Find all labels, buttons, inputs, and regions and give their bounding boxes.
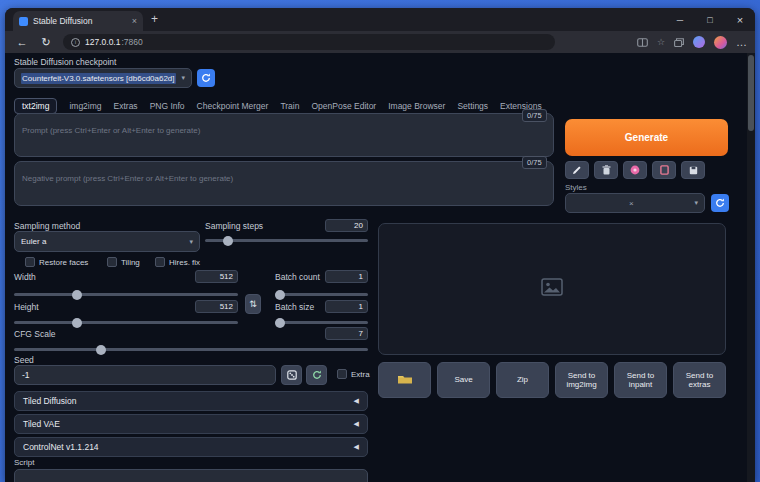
tiling-label: Tiling: [121, 258, 140, 267]
slider-thumb[interactable]: [72, 318, 82, 328]
accordion-controlnet[interactable]: ControlNet v1.1.214◀: [14, 437, 368, 457]
url-port: :7860: [121, 37, 142, 47]
hires-fix-checkbox[interactable]: Hires. fix: [155, 257, 200, 267]
send-to-inpaint-button[interactable]: Send to inpaint: [614, 362, 667, 398]
address-bar[interactable]: i 127.0.0.1:7860: [63, 34, 555, 50]
clear-prompt-button[interactable]: [594, 161, 618, 179]
send-to-img2img-button[interactable]: Send to img2img: [555, 362, 608, 398]
toolbar-icons: ☆ …: [637, 31, 747, 53]
accordion-label: Tiled Diffusion: [23, 396, 76, 406]
prompt-token-counter: 0/75: [522, 109, 547, 122]
restore-faces-label: Restore faces: [39, 258, 88, 267]
width-value[interactable]: 512: [195, 270, 238, 283]
tab-openpose-editor[interactable]: OpenPose Editor: [311, 101, 376, 111]
width-slider[interactable]: [14, 293, 238, 296]
batch-count-slider[interactable]: [275, 293, 368, 296]
sampling-steps-slider[interactable]: [205, 239, 368, 242]
batch-size-value[interactable]: 1: [325, 300, 368, 313]
reuse-seed-button[interactable]: [306, 365, 327, 385]
restore-faces-checkbox[interactable]: Restore faces: [25, 257, 88, 267]
batch-size-slider[interactable]: [275, 321, 368, 324]
tab-img2img[interactable]: img2img: [69, 101, 101, 111]
save-icon: [689, 161, 698, 179]
refresh-styles-button[interactable]: [711, 194, 729, 212]
tiling-checkbox[interactable]: Tiling: [107, 257, 140, 267]
slider-thumb[interactable]: [96, 345, 106, 355]
minimize-button[interactable]: ─: [665, 8, 695, 31]
site-info-icon[interactable]: i: [71, 38, 80, 47]
browser-tab[interactable]: Stable Diffusion ×: [13, 11, 143, 31]
extra-networks-button[interactable]: [623, 161, 647, 179]
tab-txt2img[interactable]: txt2img: [14, 98, 57, 114]
favorites-star-icon[interactable]: ☆: [657, 37, 665, 47]
prompt-placeholder: Prompt (press Ctrl+Enter or Alt+Enter to…: [22, 126, 200, 135]
tab-extras[interactable]: Extras: [114, 101, 138, 111]
back-button[interactable]: ←: [13, 31, 31, 53]
chevron-down-icon: ▾: [177, 74, 185, 82]
extra-seed-checkbox[interactable]: Extra: [337, 369, 370, 379]
tab-close-icon[interactable]: ×: [132, 16, 137, 26]
split-screen-icon[interactable]: [637, 33, 648, 51]
tab-title: Stable Diffusion: [33, 16, 127, 26]
collapse-arrow-icon: ◀: [354, 397, 359, 405]
tab-image-browser[interactable]: Image Browser: [388, 101, 445, 111]
tab-train[interactable]: Train: [280, 101, 299, 111]
browser-menu-icon[interactable]: …: [736, 36, 747, 48]
send-to-extras-button[interactable]: Send to extras: [673, 362, 726, 398]
open-folder-button[interactable]: [378, 362, 431, 398]
accordion-tiled-vae[interactable]: Tiled VAE◀: [14, 414, 368, 434]
tab-checkpoint-merger[interactable]: Checkpoint Merger: [197, 101, 269, 111]
batch-size-label: Batch size: [275, 302, 314, 312]
page-scrollbar[interactable]: [747, 53, 755, 482]
sampling-steps-value[interactable]: 20: [325, 219, 368, 232]
save-style-button[interactable]: [681, 161, 705, 179]
collapse-arrow-icon: ◀: [354, 420, 359, 428]
image-placeholder-icon: [541, 278, 563, 300]
height-value[interactable]: 512: [195, 300, 238, 313]
batch-count-value[interactable]: 1: [325, 270, 368, 283]
hires-fix-label: Hires. fix: [169, 258, 200, 267]
clear-styles-icon[interactable]: ×: [629, 199, 634, 208]
generate-button[interactable]: Generate: [565, 119, 728, 156]
checkbox-box[interactable]: [107, 257, 117, 267]
sampling-method-dropdown[interactable]: Euler a ▾: [14, 231, 200, 252]
script-dropdown[interactable]: [14, 469, 368, 482]
prompt-textarea[interactable]: Prompt (press Ctrl+Enter or Alt+Enter to…: [14, 113, 554, 157]
swap-dimensions-button[interactable]: ⇅: [245, 294, 261, 314]
negative-prompt-textarea[interactable]: Negative prompt (press Ctrl+Enter or Alt…: [14, 161, 554, 206]
tab-png-info[interactable]: PNG Info: [150, 101, 185, 111]
profile-avatar[interactable]: [714, 36, 727, 49]
sampling-steps-label: Sampling steps: [205, 221, 263, 231]
checkbox-box[interactable]: [25, 257, 35, 267]
dice-icon: [287, 366, 297, 384]
slider-thumb[interactable]: [275, 290, 285, 300]
apply-styles-button[interactable]: [652, 161, 676, 179]
cfg-scale-label: CFG Scale: [14, 329, 56, 339]
accordion-tiled-diffusion[interactable]: Tiled Diffusion◀: [14, 391, 368, 411]
slider-thumb[interactable]: [72, 290, 82, 300]
zip-button[interactable]: Zip: [496, 362, 549, 398]
slider-thumb[interactable]: [223, 236, 233, 246]
copilot-icon[interactable]: [693, 36, 705, 48]
maximize-button[interactable]: □: [695, 8, 725, 31]
close-button[interactable]: ×: [725, 8, 755, 31]
save-button[interactable]: Save: [437, 362, 490, 398]
checkbox-box[interactable]: [155, 257, 165, 267]
random-seed-button[interactable]: [281, 365, 302, 385]
scrollbar-thumb[interactable]: [748, 55, 754, 131]
cfg-scale-value[interactable]: 7: [325, 327, 368, 340]
height-slider[interactable]: [14, 321, 238, 324]
paste-params-button[interactable]: [565, 161, 589, 179]
checkpoint-dropdown[interactable]: Counterfeit-V3.0.safetensors [db6cd0a62d…: [14, 68, 192, 88]
tab-settings[interactable]: Settings: [457, 101, 488, 111]
seed-input[interactable]: -1: [14, 365, 276, 385]
slider-thumb[interactable]: [275, 318, 285, 328]
styles-dropdown[interactable]: × ▾: [565, 193, 705, 213]
output-gallery: [378, 223, 726, 355]
reload-button[interactable]: ↻: [37, 31, 55, 53]
checkbox-box[interactable]: [337, 369, 347, 379]
cfg-scale-slider[interactable]: [14, 348, 368, 351]
refresh-checkpoints-button[interactable]: [197, 69, 215, 87]
new-tab-button[interactable]: +: [151, 12, 158, 26]
collections-icon[interactable]: [674, 33, 684, 51]
